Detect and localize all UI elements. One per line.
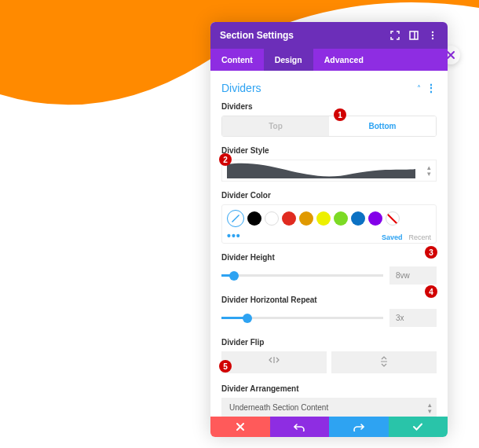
divider-style-select[interactable]: ▴▾ <box>221 160 437 182</box>
settings-tabs: Content Design Advanced <box>210 49 448 71</box>
divider-arrangement-select[interactable]: Underneath Section Content ▴▾ <box>221 398 437 417</box>
tab-design[interactable]: Design <box>264 49 313 71</box>
svg-point-3 <box>432 35 433 36</box>
panel-title: Section Settings <box>220 30 389 41</box>
color-swatch[interactable] <box>334 211 348 226</box>
color-swatch[interactable] <box>299 211 313 226</box>
callout-4: 4 <box>425 285 437 298</box>
color-swatch-none[interactable] <box>386 211 400 226</box>
color-swatch[interactable] <box>247 211 261 226</box>
label-divider-arrangement: Divider Arrangement <box>221 384 437 393</box>
callout-5: 5 <box>219 360 232 373</box>
color-swatch[interactable] <box>351 211 365 226</box>
section-title-dividers: Dividers <box>221 82 417 94</box>
divider-placement-top[interactable]: Top <box>222 116 329 136</box>
label-divider-repeat: Divider Horizontal Repeat <box>221 296 437 304</box>
eyedropper-button[interactable] <box>227 210 244 227</box>
panel-footer <box>210 417 448 437</box>
color-swatch[interactable] <box>368 211 382 226</box>
flip-vertical-button[interactable] <box>331 351 437 373</box>
select-chevron-icon: ▴▾ <box>428 402 432 414</box>
collapse-icon[interactable]: ˄ <box>417 84 421 93</box>
expand-icon[interactable] <box>389 30 400 41</box>
label-divider-flip: Divider Flip <box>221 338 437 347</box>
swatch-more-icon[interactable]: ••• <box>227 233 241 241</box>
swatch-saved-tab[interactable]: Saved <box>382 233 403 241</box>
label-divider-color: Divider Color <box>221 191 437 200</box>
tab-advanced[interactable]: Advanced <box>313 49 375 71</box>
divider-height-value[interactable]: 8vw <box>389 266 437 285</box>
color-swatches: ••• Saved Recent <box>221 204 437 244</box>
panel-dock-icon[interactable] <box>408 30 419 41</box>
save-button[interactable] <box>389 417 448 437</box>
flip-horizontal-button[interactable] <box>221 351 327 373</box>
settings-panel: Section Settings Content Design Advanced… <box>210 22 448 437</box>
svg-point-2 <box>432 31 433 33</box>
select-chevron-icon: ▴▾ <box>427 164 431 177</box>
swatch-recent-tab[interactable]: Recent <box>408 233 431 241</box>
divider-repeat-value[interactable]: 3x <box>389 309 437 327</box>
panel-header: Section Settings <box>210 22 448 49</box>
tab-content[interactable]: Content <box>210 49 264 71</box>
svg-point-4 <box>432 38 433 39</box>
divider-placement-bottom[interactable]: Bottom <box>329 116 436 136</box>
callout-3: 3 <box>425 246 437 259</box>
divider-repeat-slider[interactable] <box>221 317 383 319</box>
label-divider-style: Divider Style <box>221 146 437 155</box>
cancel-button[interactable] <box>210 417 270 437</box>
color-swatch[interactable] <box>282 211 296 226</box>
kebab-menu-icon[interactable] <box>427 30 438 41</box>
callout-2: 2 <box>219 153 232 166</box>
section-options-icon[interactable]: ⋮ <box>426 85 437 91</box>
label-dividers: Dividers <box>221 102 437 111</box>
divider-arrangement-value: Underneath Section Content <box>229 403 328 412</box>
color-swatch[interactable] <box>265 211 279 226</box>
label-divider-height: Divider Height <box>221 253 437 262</box>
color-swatch[interactable] <box>316 211 331 226</box>
divider-height-slider[interactable] <box>221 274 383 277</box>
undo-button[interactable] <box>270 417 330 437</box>
divider-placement-segmented: Top Bottom <box>221 116 437 137</box>
redo-button[interactable] <box>329 417 389 437</box>
callout-1: 1 <box>334 108 346 121</box>
svg-rect-0 <box>410 31 418 39</box>
